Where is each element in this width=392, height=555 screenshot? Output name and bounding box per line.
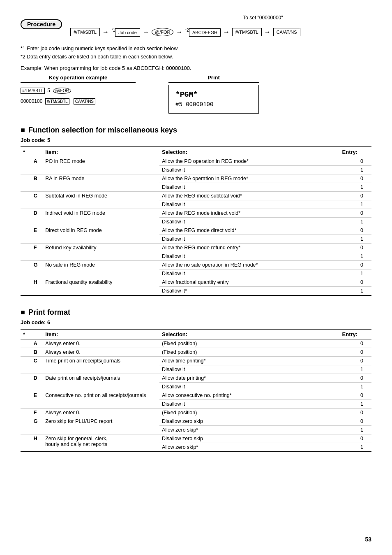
row-entry: 0: [340, 278, 371, 287]
th-selection-pf: Selection:: [159, 329, 340, 339]
row-item-name: Indirect void in REG mode: [43, 209, 159, 226]
row-letter: B: [31, 174, 43, 192]
table-row: CTime print on all receipts/journalsAllo…: [21, 357, 371, 365]
key-op-header: Key operation example: [21, 74, 136, 83]
row-entry: 1: [340, 200, 371, 209]
to-set-label: To set "00000000": [243, 15, 283, 21]
key-htmsbtl-ex2: #/TM/SBTL: [45, 98, 69, 104]
row-letter: D: [31, 374, 43, 391]
row-selection: Allow the no sale operation in REG mode*: [159, 261, 340, 269]
key-atfor-ex: @/FOR: [53, 88, 71, 94]
print-pgm: *PGM*: [175, 89, 252, 100]
row-selection: Disallow it: [159, 183, 340, 192]
row-letter: G: [31, 417, 43, 434]
th-entry-pf: Entry:: [340, 329, 371, 339]
row-item-name: Subtotal void in REG mode: [43, 192, 159, 209]
table-row: BAlways enter 0.(Fixed position)0: [21, 348, 371, 357]
key-op-table: Key operation example #/TM/SBTL 5 @/FOR …: [21, 74, 136, 106]
row-entry: 0: [340, 391, 371, 400]
table-row: GZero skip for PLU/UPC reportDisallow ze…: [21, 417, 371, 426]
row-selection: Disallow it: [159, 218, 340, 226]
table-row: EDirect void in REG modeAllow the REG mo…: [21, 226, 371, 235]
row-selection: Allow the RA operation in REG mode*: [159, 174, 340, 183]
note2: *2 Data entry details are listed on each…: [21, 53, 371, 61]
row-item-name: Time print on all receipts/journals: [43, 357, 159, 374]
key-abcdefgh: ABCDEFGH: [189, 28, 221, 37]
procedure-section: Procedure To set "00000000" #/TM/SBTL → …: [21, 12, 371, 36]
row-star: [21, 174, 31, 192]
row-item-name: Zero skip for PLU/UPC report: [43, 417, 159, 434]
row-selection: Allow the REG mode refund entry*: [159, 244, 340, 252]
row-entry: 0: [340, 226, 371, 235]
print-section: Print *PGM* #5 00000100: [168, 74, 259, 114]
arrow1: →: [102, 28, 109, 36]
row-item-name: No sale in REG mode: [43, 261, 159, 278]
procedure-badge: Procedure: [21, 19, 62, 29]
row-star: [21, 374, 31, 391]
table-row: DIndirect void in REG modeAllow the REG …: [21, 209, 371, 218]
print-format-table: * Item: Selection: Entry: AAlways enter …: [21, 329, 371, 452]
table-row: EConsecutive no. print on all receipts/j…: [21, 391, 371, 400]
row-letter: C: [31, 357, 43, 374]
print-format-section: Print format Job code: 6 * Item: Selecti…: [21, 308, 371, 452]
row-selection: Allow the REG mode subtotal void*: [159, 192, 340, 200]
key-htmsbtl2: #/TM/SBTL: [232, 28, 262, 36]
row-selection: Allow time printing*: [159, 357, 340, 365]
notes-section: *1 Enter job code using numeric keys spe…: [21, 44, 371, 61]
row-letter: G: [31, 261, 43, 278]
key-op-line2: 00000100 #/TM/SBTL CA/AT/NS: [21, 97, 136, 106]
row-item-name: Date print on all receipts/journals: [43, 374, 159, 391]
row-letter: C: [31, 192, 43, 209]
row-letter: D: [31, 209, 43, 226]
row-selection: Disallow it: [159, 200, 340, 209]
row-star: [21, 244, 31, 261]
print-format-header: Print format: [21, 308, 371, 317]
example-section: Example: When programming for job code 5…: [21, 65, 371, 114]
th-star-pf: *: [21, 329, 31, 339]
row-selection: Disallow it: [159, 269, 340, 278]
print-data: #5 00000100: [175, 100, 252, 109]
row-item-name: RA in REG mode: [43, 174, 159, 192]
row-letter: E: [31, 391, 43, 409]
row-entry: 0: [340, 374, 371, 383]
th-item-name-pf: Item:: [43, 329, 159, 339]
row-star: [21, 192, 31, 209]
key-htmsbtl-ex: #/TM/SBTL: [21, 88, 45, 94]
row-entry: 0: [340, 244, 371, 252]
row-selection: Allow the REG mode direct void*: [159, 226, 340, 235]
key-jobcode: Job code: [115, 28, 140, 37]
row-selection: (Fixed position): [159, 348, 340, 357]
table-row: AAlways enter 0.(Fixed position)0: [21, 339, 371, 348]
row-selection: Disallow zero skip: [159, 434, 340, 443]
function-job-code: Job code: 5: [21, 137, 371, 143]
arrow4: →: [223, 28, 230, 36]
row-letter: B: [31, 348, 43, 357]
row-item-name: Always enter 0.: [43, 348, 159, 357]
row-item-name: Zero skip for general, clerk, hourly and…: [43, 434, 159, 452]
row-letter: H: [31, 434, 43, 452]
row-selection: Allow consecutive no. printing*: [159, 391, 340, 400]
row-star: [21, 157, 31, 174]
row-entry: 1: [340, 218, 371, 226]
row-entry: 1: [340, 235, 371, 244]
row-entry: 0: [340, 261, 371, 269]
page-number: 53: [365, 536, 371, 543]
row-selection: Disallow it: [159, 383, 340, 391]
row-selection: Allow zero skip*: [159, 426, 340, 434]
key-htmsbtl1: #/TM/SBTL: [70, 28, 100, 36]
function-section: Function selection for miscellaneous key…: [21, 126, 371, 296]
row-star: [21, 357, 31, 374]
row-entry: 0: [340, 174, 371, 183]
star2-label: *2: [185, 28, 189, 33]
row-entry: 1: [340, 426, 371, 434]
row-item-name: PO in REG mode: [43, 157, 159, 174]
row-star: [21, 339, 31, 348]
table-row: FRefund key availabilityAllow the REG mo…: [21, 244, 371, 252]
row-star: [21, 209, 31, 226]
row-selection: Disallow it: [159, 400, 340, 409]
row-star: [21, 278, 31, 296]
arrow5: →: [264, 28, 271, 36]
row-entry: 1: [340, 365, 371, 374]
row-selection: Allow date printing*: [159, 374, 340, 383]
row-selection: (Fixed position): [159, 409, 340, 417]
